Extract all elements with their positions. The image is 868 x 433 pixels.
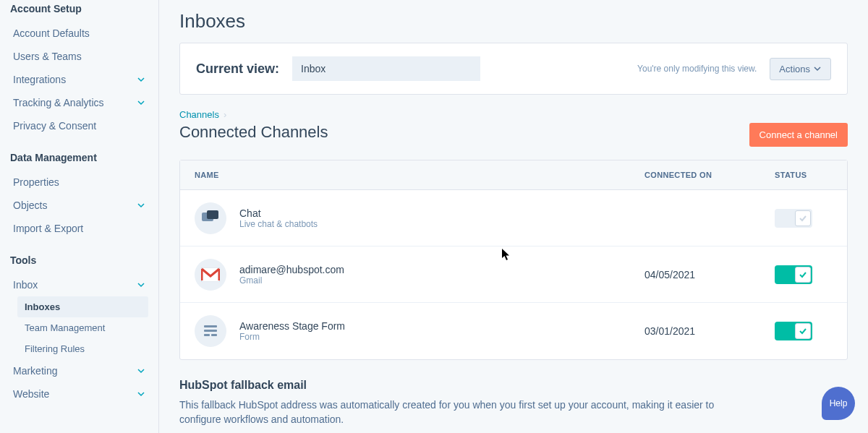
current-view-hint: You're only modifying this view.: [637, 64, 757, 74]
page-title: Inboxes: [179, 10, 848, 33]
check-icon: [799, 214, 807, 223]
sidebar-item-label: Privacy & Consent: [13, 120, 96, 132]
col-connected-header: CONNECTED ON: [630, 160, 760, 189]
sidebar-item-label: Account Defaults: [13, 27, 90, 39]
actions-dropdown[interactable]: Actions: [770, 58, 831, 80]
col-status-header: STATUS: [760, 160, 847, 189]
chevron-down-icon: [137, 390, 145, 398]
table-row[interactable]: ChatLive chat & chatbots: [180, 190, 847, 246]
sidebar-item[interactable]: Properties: [10, 171, 148, 194]
chevron-down-icon: [137, 75, 145, 84]
current-view-label: Current view:: [196, 61, 279, 77]
channels-table: NAME CONNECTED ON STATUS ChatLive chat &…: [179, 160, 848, 360]
section-title: Connected Channels: [179, 123, 328, 142]
breadcrumb: Channels ›: [179, 109, 848, 120]
chevron-down-icon: [137, 201, 145, 210]
chat-icon: [195, 202, 226, 234]
caret-down-icon: [813, 64, 822, 73]
fallback-section: HubSpot fallback email This fallback Hub…: [179, 379, 848, 427]
sidebar-sub-item[interactable]: Inboxes: [17, 296, 148, 317]
sidebar-item[interactable]: Website: [10, 382, 148, 406]
check-icon: [799, 270, 807, 279]
sidebar-item[interactable]: Users & Teams: [10, 45, 148, 68]
status-toggle[interactable]: [775, 322, 812, 340]
sidebar-item[interactable]: Marketing: [10, 359, 148, 382]
sidebar-item-label: Integrations: [13, 74, 66, 85]
toggle-knob: [795, 210, 811, 226]
channel-subtitle: Live chat & chatbots: [239, 219, 318, 229]
sidebar-item-label: Inbox: [13, 279, 38, 291]
settings-sidebar: Account SetupAccount DefaultsUsers & Tea…: [0, 0, 159, 433]
sidebar-item-label: Tracking & Analytics: [13, 97, 104, 108]
table-row[interactable]: Awareness Stage FormForm03/01/2021: [180, 303, 847, 359]
check-icon: [799, 327, 807, 335]
connected-on: 03/01/2021: [630, 315, 760, 347]
sidebar-item-label: Import & Export: [13, 223, 83, 234]
sidebar-item[interactable]: Inbox: [10, 273, 148, 296]
sidebar-sub-item[interactable]: Team Management: [17, 317, 148, 338]
help-button[interactable]: Help: [822, 387, 855, 420]
sidebar-section-title: Tools: [10, 254, 148, 266]
sidebar-item[interactable]: Objects: [10, 194, 148, 217]
channel-subtitle: Form: [239, 332, 345, 342]
actions-label: Actions: [779, 64, 810, 74]
svg-rect-4: [204, 330, 217, 332]
gmail-icon: [195, 259, 226, 291]
sidebar-section-title: Account Setup: [10, 3, 148, 14]
table-row[interactable]: adimare@hubspot.comGmail04/05/2021: [180, 246, 847, 303]
connected-on: [630, 208, 760, 228]
main-content: Inboxes Current view: Inbox You're only …: [159, 0, 868, 433]
chevron-down-icon: [137, 366, 145, 375]
breadcrumb-channels[interactable]: Channels: [179, 109, 219, 120]
toggle-knob: [795, 323, 811, 339]
sidebar-item[interactable]: Privacy & Consent: [10, 114, 148, 137]
status-toggle[interactable]: [775, 265, 812, 284]
channel-subtitle: Gmail: [239, 275, 344, 286]
status-toggle[interactable]: [775, 209, 812, 228]
form-icon: [195, 315, 226, 347]
svg-rect-5: [204, 334, 210, 336]
sidebar-item-label: Objects: [13, 200, 47, 211]
connected-on: 04/05/2021: [630, 259, 760, 291]
chevron-down-icon: [137, 98, 145, 107]
table-body: ChatLive chat & chatbotsadimare@hubspot.…: [180, 190, 847, 359]
table-header: NAME CONNECTED ON STATUS: [180, 160, 847, 190]
svg-rect-3: [204, 325, 217, 327]
channel-name: Chat: [239, 207, 318, 219]
sidebar-item-label: Properties: [13, 176, 59, 188]
breadcrumb-separator-icon: ›: [224, 109, 226, 120]
current-view-select[interactable]: Inbox: [292, 56, 480, 81]
toggle-knob: [795, 267, 811, 283]
connect-channel-button[interactable]: Connect a channel: [749, 123, 848, 147]
sidebar-item-label: Marketing: [13, 365, 57, 377]
current-view-panel: Current view: Inbox You're only modifyin…: [179, 43, 848, 95]
chevron-down-icon: [137, 280, 145, 289]
sidebar-item[interactable]: Import & Export: [10, 217, 148, 240]
sidebar-section-title: Data Management: [10, 152, 148, 163]
sidebar-item[interactable]: Integrations: [10, 68, 148, 91]
fallback-description: This fallback HubSpot address was automa…: [179, 398, 729, 427]
svg-rect-1: [207, 210, 218, 219]
sidebar-item[interactable]: Account Defaults: [10, 22, 148, 45]
sidebar-item-label: Users & Teams: [13, 51, 82, 62]
sidebar-item-label: Website: [13, 388, 49, 400]
fallback-title: HubSpot fallback email: [179, 379, 848, 392]
col-name-header: NAME: [180, 160, 630, 189]
sidebar-sub-item[interactable]: Filtering Rules: [17, 338, 148, 359]
channel-name: adimare@hubspot.com: [239, 264, 344, 275]
sidebar-item[interactable]: Tracking & Analytics: [10, 91, 148, 114]
channel-name: Awareness Stage Form: [239, 320, 345, 332]
svg-rect-6: [211, 334, 217, 336]
